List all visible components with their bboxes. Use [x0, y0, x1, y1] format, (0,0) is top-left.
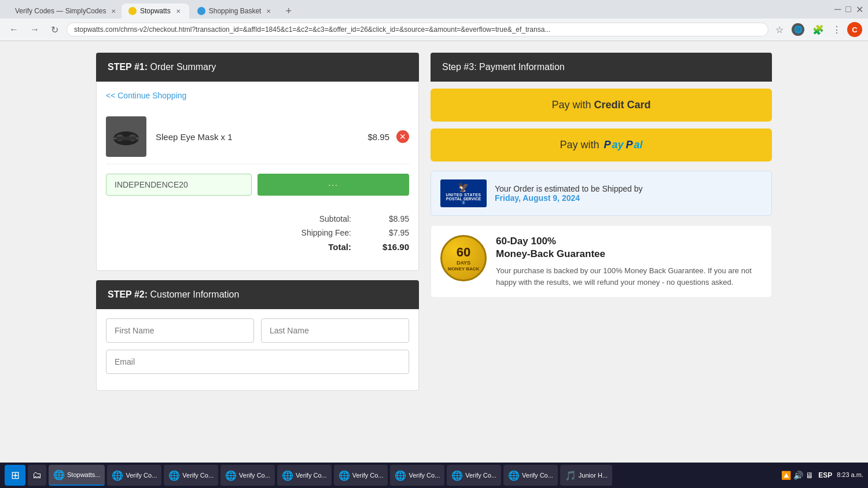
profile-button[interactable]: 🌐: [789, 22, 807, 37]
email-row: [106, 350, 409, 374]
shipping-row: Shipping Fee: $7.95: [106, 226, 409, 240]
browser-icons: ☆ 🌐 🧩 ⋮ C: [773, 22, 862, 37]
step2-body: [96, 309, 419, 391]
step1-section: STEP #1: Order Summary << Continue Shopp…: [96, 53, 419, 271]
guarantee-badge: 60 DAYS MONEY BACK: [440, 235, 487, 281]
step2-header: STEP #2: Customer Information: [96, 280, 419, 309]
tab-close-verify[interactable]: ✕: [109, 8, 117, 15]
badge-money-label: MONEY BACK: [448, 266, 480, 272]
total-value: $16.90: [374, 242, 409, 252]
usps-label: UNITED STATES: [444, 193, 483, 197]
paypal-pal-icon: P: [626, 139, 633, 151]
total-row: Total: $16.90: [106, 240, 409, 254]
totals-section: Subtotal: $8.95 Shipping Fee: $7.95 Tota…: [106, 205, 409, 261]
product-row: Sleep Eye Mask x 1 $8.95 ✕: [106, 109, 409, 164]
usps-reg-mark: ®: [444, 201, 483, 205]
subtotal-value: $8.95: [374, 214, 409, 223]
menu-button[interactable]: ⋮: [830, 23, 844, 36]
email-input[interactable]: [106, 350, 409, 374]
step3-title: Payment Information: [479, 62, 565, 72]
step2-section: STEP #2: Customer Information: [96, 280, 419, 391]
total-label: Total:: [328, 242, 351, 252]
step1-body: << Continue Shopping: [96, 82, 419, 271]
usps-eagle-icon: 🦅 UNITED STATES POSTAL SERVICE ®: [440, 179, 487, 207]
continue-shopping-link[interactable]: << Continue Shopping: [106, 91, 409, 100]
first-name-input[interactable]: [106, 318, 254, 343]
coupon-row: ···: [106, 174, 409, 196]
new-tab-button[interactable]: +: [281, 4, 296, 19]
step2-label: STEP #2:: [108, 289, 148, 299]
guarantee-content: 60-Day 100%Money-Back Guarantee Your pur…: [496, 235, 762, 288]
minimize-button[interactable]: ─: [834, 4, 841, 14]
tab-close-shopping[interactable]: ✕: [264, 8, 273, 15]
forward-button[interactable]: →: [27, 23, 43, 36]
badge-circle: 60 DAYS MONEY BACK: [440, 235, 487, 281]
tab-icon-stopwatts: [128, 7, 137, 15]
tab-bar: Verify Codes — SimplyCodes ✕ Stopwatts ✕…: [0, 0, 868, 19]
maximize-button[interactable]: □: [845, 4, 851, 14]
right-column: Step #3: Payment Information Pay with Cr…: [431, 53, 772, 391]
remove-product-button[interactable]: ✕: [396, 130, 409, 143]
step1-header: STEP #1: Order Summary: [96, 53, 419, 82]
tab-label-shopping: Shopping Basket: [209, 7, 262, 15]
step1-title: Order Summary: [150, 62, 216, 72]
pay-paypal-label: Pay with: [560, 139, 599, 151]
shipping-text: Your Order is estimated to be Shipped by…: [495, 184, 643, 203]
usps-service-label: POSTAL SERVICE: [444, 197, 483, 201]
tab-label-verify: Verify Codes — SimplyCodes: [15, 7, 106, 15]
paypal-p-icon: P: [604, 139, 610, 151]
extensions-button[interactable]: 🧩: [810, 23, 826, 36]
pay-credit-button[interactable]: Pay with Credit Card: [431, 89, 772, 122]
usps-logo: 🦅 UNITED STATES POSTAL SERVICE ®: [440, 179, 487, 207]
address-input[interactable]: [67, 23, 768, 36]
page-content: STEP #1: Order Summary << Continue Shopp…: [87, 41, 781, 402]
subtotal-row: Subtotal: $8.95: [106, 212, 409, 226]
paypal-ay-icon: ay: [612, 139, 623, 151]
guarantee-text: Your purchase is backed by our 100% Mone…: [496, 265, 762, 288]
profile-icon: 🌐: [792, 23, 804, 36]
payment-section: Pay with Credit Card Pay with P ay P al: [431, 89, 772, 162]
step1-label: STEP #1:: [108, 62, 148, 72]
guarantee-title: 60-Day 100%Money-Back Guarantee: [496, 235, 762, 260]
badge-60-days: 60: [457, 245, 470, 260]
shipping-estimate-label: Your Order is estimated to be Shipped by: [495, 184, 643, 193]
bookmark-button[interactable]: ☆: [773, 23, 786, 36]
name-row: [106, 318, 409, 343]
close-button[interactable]: ✕: [856, 4, 863, 15]
tab-verify-codes[interactable]: Verify Codes — SimplyCodes ✕: [5, 3, 120, 19]
coupon-apply-button[interactable]: ···: [258, 174, 409, 196]
pay-credit-label: Pay with: [551, 99, 591, 111]
tab-stopwatts[interactable]: Stopwatts ✕: [122, 3, 189, 19]
address-bar: ← → ↻ ☆ 🌐 🧩 ⋮ C: [0, 19, 868, 41]
last-name-input[interactable]: [261, 318, 409, 343]
step2-title: Customer Information: [150, 289, 240, 299]
step3-label: Step #3:: [442, 62, 477, 72]
tab-label-stopwatts: Stopwatts: [140, 7, 171, 15]
browser-window: STEP #1: Order Summary << Continue Shopp…: [0, 41, 868, 446]
tab-shopping-basket[interactable]: Shopping Basket ✕: [190, 3, 280, 19]
reload-button[interactable]: ↻: [47, 23, 62, 36]
tab-icon-shopping: [197, 7, 205, 15]
product-price: $8.95: [367, 132, 389, 142]
tab-close-stopwatts[interactable]: ✕: [174, 8, 182, 15]
shipping-estimate-box: 🦅 UNITED STATES POSTAL SERVICE ® Your Or…: [431, 171, 772, 216]
badge-days-label: DAYS: [457, 260, 470, 266]
paypal-al-icon: al: [634, 139, 643, 151]
back-button[interactable]: ←: [6, 23, 22, 36]
shipping-label: Shipping Fee:: [301, 228, 351, 237]
pay-paypal-button[interactable]: Pay with P ay P al: [431, 129, 772, 162]
coupon-input[interactable]: [106, 174, 252, 196]
pay-credit-bold: Credit Card: [594, 99, 651, 111]
product-name: Sleep Eye Mask x 1: [156, 132, 367, 142]
step3-header: Step #3: Payment Information: [431, 53, 772, 82]
eye-mask-svg: [112, 127, 141, 147]
paypal-logo: P ay P al: [604, 139, 642, 151]
shipping-date: Friday, August 9, 2024: [495, 193, 580, 203]
shipping-value: $7.95: [374, 228, 409, 237]
left-column: STEP #1: Order Summary << Continue Shopp…: [96, 53, 419, 391]
guarantee-box: 60 DAYS MONEY BACK 60-Day 100%Money-Back…: [431, 225, 772, 298]
browser-chrome: Verify Codes — SimplyCodes ✕ Stopwatts ✕…: [0, 0, 868, 41]
user-avatar[interactable]: C: [847, 22, 862, 37]
product-image: [106, 116, 146, 157]
subtotal-label: Subtotal:: [319, 214, 351, 223]
